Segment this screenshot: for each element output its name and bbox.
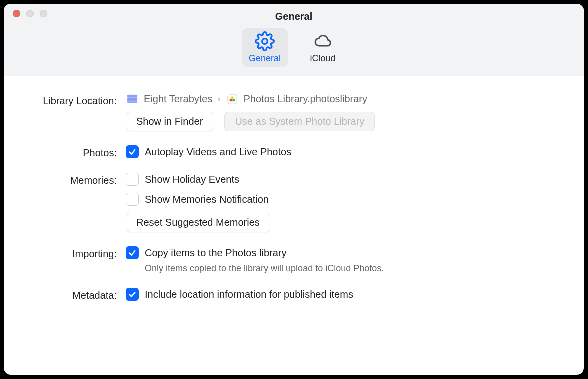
row-photos: Photos: Autoplay Videos and Live Photos <box>26 146 562 159</box>
memories-notification-label: Show Memories Notification <box>145 194 269 206</box>
reset-memories-button[interactable]: Reset Suggested Memories <box>126 213 270 232</box>
gear-icon <box>254 32 276 50</box>
crumb-volume: Eight Terabytes <box>144 94 213 105</box>
chevron-right-icon: › <box>218 94 221 104</box>
autoplay-checkbox[interactable] <box>126 146 139 158</box>
copy-items-label: Copy items to the Photos library <box>145 248 286 259</box>
window-title: General <box>13 10 575 22</box>
svg-rect-3 <box>128 100 138 102</box>
label-library-location: Library Location: <box>26 94 126 107</box>
tab-icloud[interactable]: iCloud <box>300 28 346 67</box>
include-location-label: Include location information for publish… <box>145 289 354 300</box>
close-window-button[interactable] <box>13 10 20 18</box>
label-memories: Memories: <box>26 173 126 186</box>
row-metadata: Metadata: Include location information f… <box>26 288 562 302</box>
svg-point-7 <box>232 99 236 102</box>
zoom-window-button[interactable] <box>40 10 48 18</box>
crumb-library: Photos Library.photoslibrary <box>244 94 368 105</box>
autoplay-label: Autoplay Videos and Live Photos <box>145 146 292 158</box>
svg-point-6 <box>230 99 232 102</box>
row-importing: Importing: Copy items to the Photos libr… <box>26 246 562 274</box>
tab-general[interactable]: General <box>242 28 288 67</box>
tab-label: General <box>249 54 281 64</box>
cloud-icon <box>312 32 334 50</box>
row-library-location: Library Location: Eight Terabytes › <box>26 94 562 132</box>
use-as-system-library-button: Use as System Photo Library <box>224 112 375 132</box>
holiday-events-checkbox[interactable] <box>126 173 139 186</box>
label-metadata: Metadata: <box>26 288 126 302</box>
memories-notification-checkbox[interactable] <box>126 193 139 206</box>
svg-rect-2 <box>128 98 138 100</box>
include-location-checkbox[interactable] <box>126 288 139 301</box>
breadcrumb: Eight Terabytes › Photos Library.photosl… <box>126 94 562 105</box>
titlebar: General General iCloud <box>4 4 584 76</box>
svg-point-0 <box>262 39 268 44</box>
show-in-finder-button[interactable]: Show in Finder <box>126 112 214 132</box>
traffic-lights <box>13 10 48 18</box>
content-area: Library Location: Eight Terabytes › <box>4 76 584 326</box>
svg-point-5 <box>231 96 234 100</box>
preferences-window: General General iCloud <box>4 4 584 375</box>
svg-rect-1 <box>128 95 138 97</box>
importing-help-text: Only items copied to the library will up… <box>145 264 562 274</box>
label-importing: Importing: <box>26 246 126 260</box>
holiday-events-label: Show Holiday Events <box>145 174 240 186</box>
toolbar-tabs: General iCloud <box>13 22 575 71</box>
tab-label: iCloud <box>310 54 336 64</box>
label-photos: Photos: <box>26 146 126 159</box>
drive-icon <box>126 94 139 105</box>
minimize-window-button[interactable] <box>26 10 34 18</box>
photos-library-icon <box>226 94 239 105</box>
row-memories: Memories: Show Holiday Events Show Memor… <box>26 173 562 232</box>
copy-items-checkbox[interactable] <box>126 246 139 260</box>
